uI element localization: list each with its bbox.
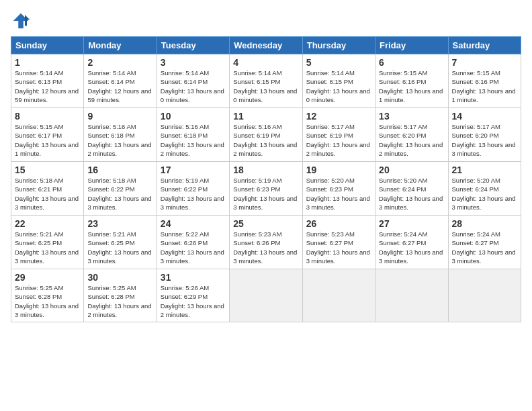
- calendar-header-thursday: Thursday: [302, 37, 375, 54]
- day-info: Sunrise: 5:23 AMSunset: 6:26 PMDaylight:…: [233, 230, 297, 265]
- calendar: SundayMondayTuesdayWednesdayThursdayFrid…: [11, 36, 521, 322]
- day-info: Sunrise: 5:26 AMSunset: 6:29 PMDaylight:…: [161, 284, 224, 318]
- day-number: 14: [452, 111, 517, 122]
- day-number: 9: [87, 111, 152, 122]
- calendar-cell: 7 Sunrise: 5:15 AMSunset: 6:16 PMDayligh…: [448, 54, 521, 108]
- day-info: Sunrise: 5:21 AMSunset: 6:25 PMDaylight:…: [87, 230, 151, 265]
- calendar-cell: 8 Sunrise: 5:15 AMSunset: 6:17 PMDayligh…: [11, 108, 84, 162]
- calendar-cell: 9 Sunrise: 5:16 AMSunset: 6:18 PMDayligh…: [84, 108, 157, 162]
- calendar-cell: 21 Sunrise: 5:20 AMSunset: 6:24 PMDaylig…: [448, 162, 521, 216]
- day-number: 21: [452, 165, 517, 175]
- day-info: Sunrise: 5:17 AMSunset: 6:19 PMDaylight:…: [306, 123, 370, 157]
- day-number: 17: [161, 165, 226, 175]
- calendar-cell: 28 Sunrise: 5:24 AMSunset: 6:27 PMDaylig…: [448, 216, 521, 269]
- day-number: 30: [87, 272, 152, 283]
- day-number: 27: [379, 218, 444, 229]
- day-number: 5: [306, 57, 371, 68]
- calendar-cell: 5 Sunrise: 5:14 AMSunset: 6:15 PMDayligh…: [302, 54, 375, 108]
- calendar-cell: 6 Sunrise: 5:15 AMSunset: 6:16 PMDayligh…: [375, 54, 448, 108]
- day-info: Sunrise: 5:24 AMSunset: 6:27 PMDaylight:…: [379, 230, 443, 265]
- calendar-week-4: 22 Sunrise: 5:21 AMSunset: 6:25 PMDaylig…: [11, 216, 521, 269]
- page-container: SundayMondayTuesdayWednesdayThursdayFrid…: [0, 0, 532, 328]
- calendar-cell: 22 Sunrise: 5:21 AMSunset: 6:25 PMDaylig…: [11, 216, 84, 269]
- day-number: 7: [452, 57, 517, 68]
- day-info: Sunrise: 5:21 AMSunset: 6:25 PMDaylight:…: [15, 230, 79, 265]
- day-number: 31: [161, 272, 226, 283]
- day-info: Sunrise: 5:14 AMSunset: 6:15 PMDaylight:…: [306, 69, 370, 103]
- calendar-cell: 4 Sunrise: 5:14 AMSunset: 6:15 PMDayligh…: [230, 54, 302, 108]
- day-number: 2: [87, 57, 152, 68]
- day-number: 10: [161, 111, 226, 122]
- day-number: 20: [379, 165, 444, 175]
- day-number: 4: [233, 57, 298, 68]
- calendar-body: 1 Sunrise: 5:14 AMSunset: 6:13 PMDayligh…: [11, 54, 521, 322]
- day-info: Sunrise: 5:16 AMSunset: 6:19 PMDaylight:…: [233, 123, 297, 157]
- calendar-week-5: 29 Sunrise: 5:25 AMSunset: 6:28 PMDaylig…: [11, 269, 521, 322]
- day-info: Sunrise: 5:15 AMSunset: 6:17 PMDaylight:…: [15, 123, 79, 157]
- day-info: Sunrise: 5:14 AMSunset: 6:13 PMDaylight:…: [15, 69, 79, 103]
- calendar-cell: [230, 269, 302, 322]
- calendar-week-3: 15 Sunrise: 5:18 AMSunset: 6:21 PMDaylig…: [11, 162, 521, 216]
- day-info: Sunrise: 5:25 AMSunset: 6:28 PMDaylight:…: [15, 284, 79, 318]
- day-number: 6: [379, 57, 444, 68]
- logo-icon: [11, 11, 31, 31]
- calendar-cell: 30 Sunrise: 5:25 AMSunset: 6:28 PMDaylig…: [84, 269, 157, 322]
- calendar-header-friday: Friday: [375, 37, 448, 54]
- day-number: 29: [15, 272, 80, 283]
- day-number: 24: [161, 218, 226, 229]
- calendar-cell: 13 Sunrise: 5:17 AMSunset: 6:20 PMDaylig…: [375, 108, 448, 162]
- day-number: 16: [87, 165, 152, 175]
- day-number: 28: [452, 218, 517, 229]
- header: [11, 11, 521, 31]
- calendar-cell: 15 Sunrise: 5:18 AMSunset: 6:21 PMDaylig…: [11, 162, 84, 216]
- day-number: 18: [233, 165, 298, 175]
- calendar-cell: 20 Sunrise: 5:20 AMSunset: 6:24 PMDaylig…: [375, 162, 448, 216]
- day-number: 15: [15, 165, 80, 175]
- calendar-header-sunday: Sunday: [11, 37, 84, 54]
- logo: [11, 11, 34, 31]
- day-number: 3: [161, 57, 226, 68]
- day-number: 12: [306, 111, 371, 122]
- calendar-header-tuesday: Tuesday: [157, 37, 229, 54]
- calendar-header-row: SundayMondayTuesdayWednesdayThursdayFrid…: [11, 37, 521, 54]
- day-number: 26: [306, 218, 371, 229]
- calendar-cell: 17 Sunrise: 5:19 AMSunset: 6:22 PMDaylig…: [157, 162, 229, 216]
- day-info: Sunrise: 5:25 AMSunset: 6:28 PMDaylight:…: [87, 284, 151, 318]
- day-info: Sunrise: 5:17 AMSunset: 6:20 PMDaylight:…: [452, 123, 516, 157]
- calendar-header-saturday: Saturday: [448, 37, 521, 54]
- day-number: 22: [15, 218, 80, 229]
- calendar-cell: 26 Sunrise: 5:23 AMSunset: 6:27 PMDaylig…: [302, 216, 375, 269]
- calendar-cell: 29 Sunrise: 5:25 AMSunset: 6:28 PMDaylig…: [11, 269, 84, 322]
- calendar-cell: 16 Sunrise: 5:18 AMSunset: 6:22 PMDaylig…: [84, 162, 157, 216]
- day-info: Sunrise: 5:14 AMSunset: 6:15 PMDaylight:…: [233, 69, 297, 103]
- day-info: Sunrise: 5:17 AMSunset: 6:20 PMDaylight:…: [379, 123, 443, 157]
- day-info: Sunrise: 5:20 AMSunset: 6:24 PMDaylight:…: [379, 177, 443, 211]
- day-info: Sunrise: 5:20 AMSunset: 6:24 PMDaylight:…: [452, 177, 516, 211]
- day-number: 11: [233, 111, 298, 122]
- calendar-header-monday: Monday: [84, 37, 157, 54]
- calendar-cell: 18 Sunrise: 5:19 AMSunset: 6:23 PMDaylig…: [230, 162, 302, 216]
- calendar-cell: 1 Sunrise: 5:14 AMSunset: 6:13 PMDayligh…: [11, 54, 84, 108]
- day-info: Sunrise: 5:22 AMSunset: 6:26 PMDaylight:…: [161, 230, 224, 265]
- day-info: Sunrise: 5:16 AMSunset: 6:18 PMDaylight:…: [161, 123, 224, 157]
- calendar-cell: 3 Sunrise: 5:14 AMSunset: 6:14 PMDayligh…: [157, 54, 229, 108]
- day-info: Sunrise: 5:23 AMSunset: 6:27 PMDaylight:…: [306, 230, 370, 265]
- calendar-cell: 11 Sunrise: 5:16 AMSunset: 6:19 PMDaylig…: [230, 108, 302, 162]
- day-info: Sunrise: 5:19 AMSunset: 6:22 PMDaylight:…: [161, 177, 224, 211]
- calendar-week-1: 1 Sunrise: 5:14 AMSunset: 6:13 PMDayligh…: [11, 54, 521, 108]
- calendar-cell: 27 Sunrise: 5:24 AMSunset: 6:27 PMDaylig…: [375, 216, 448, 269]
- calendar-cell: 14 Sunrise: 5:17 AMSunset: 6:20 PMDaylig…: [448, 108, 521, 162]
- calendar-cell: 12 Sunrise: 5:17 AMSunset: 6:19 PMDaylig…: [302, 108, 375, 162]
- calendar-cell: 2 Sunrise: 5:14 AMSunset: 6:14 PMDayligh…: [84, 54, 157, 108]
- calendar-cell: 19 Sunrise: 5:20 AMSunset: 6:23 PMDaylig…: [302, 162, 375, 216]
- calendar-cell: 10 Sunrise: 5:16 AMSunset: 6:18 PMDaylig…: [157, 108, 229, 162]
- day-info: Sunrise: 5:24 AMSunset: 6:27 PMDaylight:…: [452, 230, 516, 265]
- day-info: Sunrise: 5:15 AMSunset: 6:16 PMDaylight:…: [379, 69, 443, 103]
- calendar-cell: 24 Sunrise: 5:22 AMSunset: 6:26 PMDaylig…: [157, 216, 229, 269]
- day-number: 13: [379, 111, 444, 122]
- day-number: 1: [15, 57, 80, 68]
- day-info: Sunrise: 5:14 AMSunset: 6:14 PMDaylight:…: [161, 69, 224, 103]
- day-info: Sunrise: 5:18 AMSunset: 6:21 PMDaylight:…: [15, 177, 79, 211]
- calendar-cell: 23 Sunrise: 5:21 AMSunset: 6:25 PMDaylig…: [84, 216, 157, 269]
- day-info: Sunrise: 5:20 AMSunset: 6:23 PMDaylight:…: [306, 177, 370, 211]
